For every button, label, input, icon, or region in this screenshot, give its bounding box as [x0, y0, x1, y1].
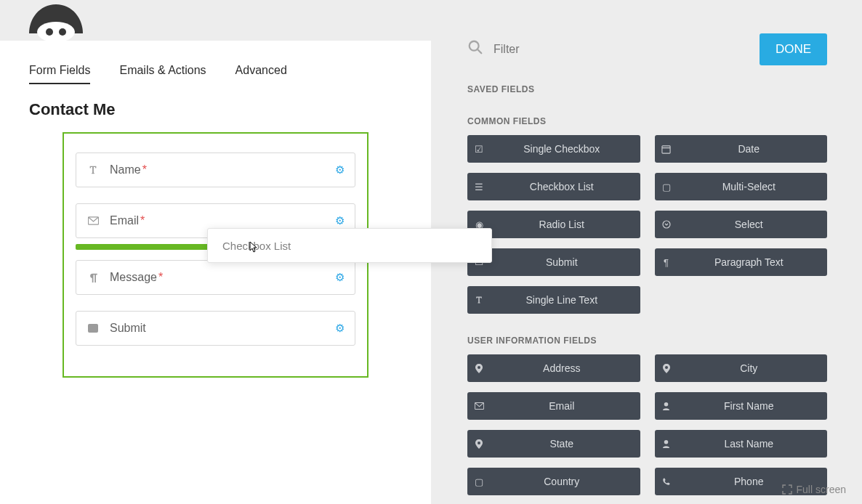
tab-advanced[interactable]: Advanced — [235, 64, 287, 84]
paragraph-icon — [86, 271, 100, 284]
svg-point-15 — [664, 440, 669, 444]
palette-email[interactable]: Email — [467, 392, 640, 420]
svg-point-1 — [46, 28, 53, 36]
user-icon — [655, 430, 678, 458]
fullscreen-button[interactable]: Full screen — [782, 484, 846, 495]
pin-icon — [467, 354, 491, 382]
svg-point-14 — [478, 442, 480, 444]
calendar-icon — [655, 135, 678, 163]
palette-date[interactable]: Date — [655, 135, 828, 163]
palette-header: DONE — [467, 33, 827, 65]
palette-last-name[interactable]: Last Name — [655, 430, 828, 458]
palette-address[interactable]: Address — [467, 354, 640, 382]
pin-icon — [655, 354, 678, 382]
svg-line-6 — [478, 49, 482, 54]
field-label: Message* — [110, 271, 335, 284]
gear-icon[interactable]: ⚙ — [335, 163, 345, 176]
button-icon — [86, 322, 100, 335]
chevron-down-icon — [655, 211, 678, 238]
form-builder-panel: Form Fields Emails & Actions Advanced Co… — [0, 41, 431, 504]
search-icon — [467, 39, 483, 60]
gear-icon[interactable]: ⚙ — [335, 322, 345, 335]
palette-single-line-text[interactable]: Single Line Text — [467, 286, 640, 314]
square-icon: ▢ — [467, 468, 491, 495]
section-common-fields: COMMON FIELDS — [467, 116, 827, 126]
form-title: Contact Me — [0, 84, 431, 132]
field-message[interactable]: Message* ⚙ — [76, 260, 355, 295]
done-button[interactable]: DONE — [760, 33, 827, 65]
common-fields-grid: ☑Single Checkbox Date ☰Checkbox List ▢Mu… — [467, 135, 827, 314]
field-label: Submit — [110, 322, 335, 335]
userinfo-fields-grid: Address City Email First Name State Last… — [467, 354, 827, 495]
form-canvas[interactable]: Name* ⚙ Email* ⚙ Message* ⚙ Submit ⚙ Che… — [63, 132, 368, 378]
palette-radio-list[interactable]: ◉Radio List — [467, 211, 640, 238]
svg-point-13 — [664, 402, 669, 407]
svg-point-2 — [59, 28, 66, 36]
tabs: Form Fields Emails & Actions Advanced — [0, 41, 431, 84]
svg-point-9 — [663, 221, 670, 228]
user-icon — [655, 392, 678, 420]
palette-country[interactable]: ▢Country — [467, 468, 640, 495]
palette-single-checkbox[interactable]: ☑Single Checkbox — [467, 135, 640, 163]
tab-form-fields[interactable]: Form Fields — [29, 64, 90, 84]
tab-emails-actions[interactable]: Emails & Actions — [119, 64, 206, 84]
checkbox-icon: ☑ — [467, 135, 491, 163]
text-icon — [467, 286, 491, 314]
text-icon — [86, 163, 100, 176]
palette-select[interactable]: Select — [655, 211, 828, 238]
palette-state[interactable]: State — [467, 430, 640, 458]
svg-point-10 — [478, 366, 480, 369]
palette-submit[interactable]: ▭Submit — [467, 248, 640, 276]
cursor-icon — [247, 241, 259, 257]
section-saved-fields: SAVED FIELDS — [467, 84, 827, 94]
palette-multi-select[interactable]: ▢Multi-Select — [655, 173, 828, 200]
paragraph-icon: ¶ — [655, 248, 678, 276]
palette-city[interactable]: City — [655, 354, 828, 382]
gear-icon[interactable]: ⚙ — [335, 214, 345, 227]
ninja-logo — [17, 0, 94, 41]
field-submit[interactable]: Submit ⚙ — [76, 311, 355, 346]
square-icon: ▢ — [655, 173, 678, 200]
list-icon: ☰ — [467, 173, 491, 200]
field-label: Name* — [110, 163, 335, 176]
palette-paragraph-text[interactable]: ¶Paragraph Text — [655, 248, 828, 276]
svg-point-11 — [665, 366, 668, 369]
email-icon — [467, 392, 491, 420]
field-label: Email* — [110, 214, 335, 227]
pin-icon — [467, 430, 491, 458]
field-name[interactable]: Name* ⚙ — [76, 153, 355, 187]
email-icon — [86, 214, 100, 227]
field-palette-panel: DONE SAVED FIELDS COMMON FIELDS ☑Single … — [431, 0, 862, 504]
svg-rect-7 — [662, 145, 670, 153]
section-user-info-fields: USER INFORMATION FIELDS — [467, 336, 827, 346]
palette-checkbox-list[interactable]: ☰Checkbox List — [467, 173, 640, 200]
filter-input[interactable] — [494, 43, 760, 56]
svg-rect-4 — [88, 324, 98, 333]
phone-icon — [655, 468, 678, 495]
palette-first-name[interactable]: First Name — [655, 392, 828, 420]
gear-icon[interactable]: ⚙ — [335, 271, 345, 284]
